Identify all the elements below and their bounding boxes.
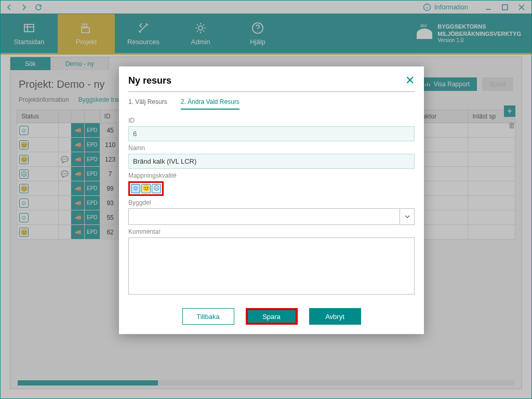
quality-neutral-icon[interactable]: 😐 <box>141 184 151 193</box>
modal-title: Ny resurs <box>128 75 171 86</box>
namn-input[interactable] <box>128 154 415 169</box>
chevron-down-icon[interactable] <box>400 209 414 224</box>
modal-steps: 1. Välj Resurs 2. Ändra Vald Resurs <box>128 98 415 110</box>
label-id: ID <box>128 117 415 124</box>
kommentar-textarea[interactable] <box>128 237 415 295</box>
label-namn: Namn <box>128 144 415 152</box>
quality-sad-icon[interactable]: ☹ <box>152 184 161 193</box>
label-kommentar: Kommentar <box>128 228 415 235</box>
label-byggdel: Byggdel <box>128 199 415 206</box>
avbryt-button[interactable]: Avbryt <box>309 308 361 325</box>
byggdel-select[interactable] <box>128 208 415 225</box>
close-icon[interactable]: ✕ <box>405 74 415 87</box>
new-resource-modal: Ny resurs ✕ 1. Välj Resurs 2. Ändra Vald… <box>119 66 424 334</box>
step-2[interactable]: 2. Ändra Vald Resurs <box>181 98 240 110</box>
spara-button[interactable]: Spara <box>246 308 298 325</box>
id-field: 6 <box>128 126 415 141</box>
step-1[interactable]: 1. Välj Resurs <box>128 98 167 110</box>
label-quality: Mappningskvalité <box>128 172 415 179</box>
quality-selector: ☺ 😐 ☹ <box>128 181 164 196</box>
quality-happy-icon[interactable]: ☺ <box>131 184 140 193</box>
tillbaka-button[interactable]: Tillbaka <box>182 308 234 325</box>
